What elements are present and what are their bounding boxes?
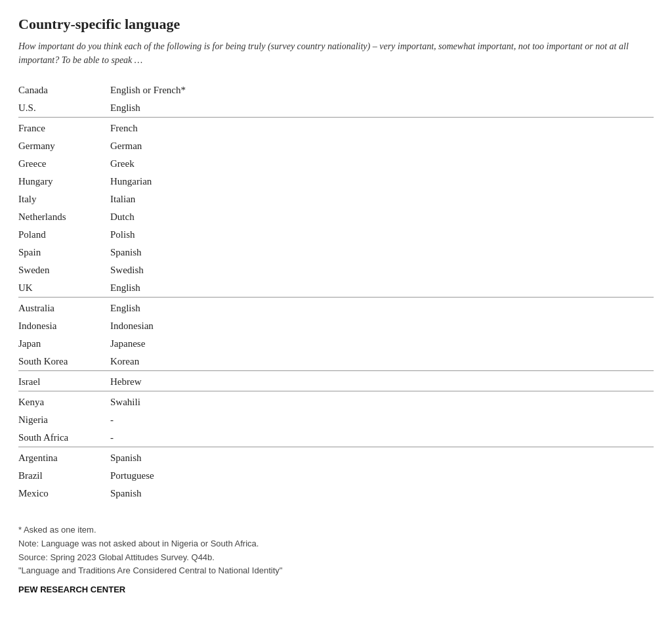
- language-cell: -: [110, 411, 654, 429]
- country-cell: Mexico: [18, 485, 110, 502]
- country-cell: Argentina: [18, 447, 110, 468]
- country-cell: Hungary: [18, 173, 110, 190]
- table-row: UKEnglish: [18, 279, 654, 298]
- table-row: ArgentinaSpanish: [18, 447, 654, 468]
- table-row: PolandPolish: [18, 226, 654, 244]
- table-row: ItalyItalian: [18, 190, 654, 208]
- language-cell: Spanish: [110, 485, 654, 502]
- country-cell: Poland: [18, 226, 110, 244]
- subtitle: How important do you think each of the f…: [18, 39, 654, 67]
- language-cell: English: [110, 298, 654, 318]
- language-cell: Swahili: [110, 391, 654, 412]
- language-cell: English: [110, 279, 654, 298]
- table-row: HungaryHungarian: [18, 173, 654, 190]
- page-title: Country-specific language: [18, 16, 654, 33]
- country-cell: Brazil: [18, 467, 110, 485]
- language-cell: Spanish: [110, 244, 654, 261]
- table-row: U.S.English: [18, 99, 654, 118]
- table-row: Nigeria-: [18, 411, 654, 429]
- language-cell: Japanese: [110, 335, 654, 353]
- table-row: South Africa-: [18, 429, 654, 447]
- language-cell: Greek: [110, 155, 654, 173]
- country-cell: Israel: [18, 371, 110, 391]
- table-row: GermanyGerman: [18, 137, 654, 155]
- country-cell: Japan: [18, 335, 110, 353]
- table-row: South KoreaKorean: [18, 353, 654, 371]
- country-cell: Indonesia: [18, 317, 110, 335]
- country-cell: Kenya: [18, 391, 110, 412]
- table-row: SpainSpanish: [18, 244, 654, 261]
- country-cell: Germany: [18, 137, 110, 155]
- table-row: GreeceGreek: [18, 155, 654, 173]
- country-cell: France: [18, 118, 110, 138]
- language-cell: Polish: [110, 226, 654, 244]
- country-cell: Greece: [18, 155, 110, 173]
- language-cell: Portuguese: [110, 467, 654, 485]
- language-cell: Hebrew: [110, 371, 654, 391]
- country-cell: Canada: [18, 81, 110, 99]
- table-row: SwedenSwedish: [18, 261, 654, 279]
- language-cell: Korean: [110, 353, 654, 371]
- country-cell: Netherlands: [18, 208, 110, 226]
- table-row: IndonesiaIndonesian: [18, 317, 654, 335]
- language-cell: English: [110, 99, 654, 118]
- country-cell: UK: [18, 279, 110, 298]
- language-cell: French: [110, 118, 654, 138]
- country-cell: South Africa: [18, 429, 110, 447]
- footnotes: * Asked as one item.Note: Language was n…: [18, 523, 654, 597]
- pew-credit: PEW RESEARCH CENTER: [18, 583, 654, 597]
- table-row: IsraelHebrew: [18, 371, 654, 391]
- language-cell: Hungarian: [110, 173, 654, 190]
- language-cell: German: [110, 137, 654, 155]
- table-row: JapanJapanese: [18, 335, 654, 353]
- table-row: AustraliaEnglish: [18, 298, 654, 318]
- country-cell: U.S.: [18, 99, 110, 118]
- country-cell: Italy: [18, 190, 110, 208]
- country-cell: Nigeria: [18, 411, 110, 429]
- language-cell: Swedish: [110, 261, 654, 279]
- table-row: NetherlandsDutch: [18, 208, 654, 226]
- language-cell: Indonesian: [110, 317, 654, 335]
- language-cell: Italian: [110, 190, 654, 208]
- language-cell: -: [110, 429, 654, 447]
- footnote-line: Source: Spring 2023 Global Attitudes Sur…: [18, 551, 654, 565]
- table-row: CanadaEnglish or French*: [18, 81, 654, 99]
- table-row: BrazilPortuguese: [18, 467, 654, 485]
- footnote-line: Note: Language was not asked about in Ni…: [18, 537, 654, 551]
- table-row: KenyaSwahili: [18, 391, 654, 412]
- table-row: FranceFrench: [18, 118, 654, 138]
- country-cell: Sweden: [18, 261, 110, 279]
- table-row: MexicoSpanish: [18, 485, 654, 502]
- country-cell: Spain: [18, 244, 110, 261]
- footnote-line: "Language and Traditions Are Considered …: [18, 564, 654, 578]
- language-cell: Spanish: [110, 447, 654, 468]
- language-cell: English or French*: [110, 81, 654, 99]
- country-cell: South Korea: [18, 353, 110, 371]
- country-language-table: CanadaEnglish or French*U.S.EnglishFranc…: [18, 81, 654, 502]
- country-cell: Australia: [18, 298, 110, 318]
- footnote-line: * Asked as one item.: [18, 523, 654, 537]
- language-cell: Dutch: [110, 208, 654, 226]
